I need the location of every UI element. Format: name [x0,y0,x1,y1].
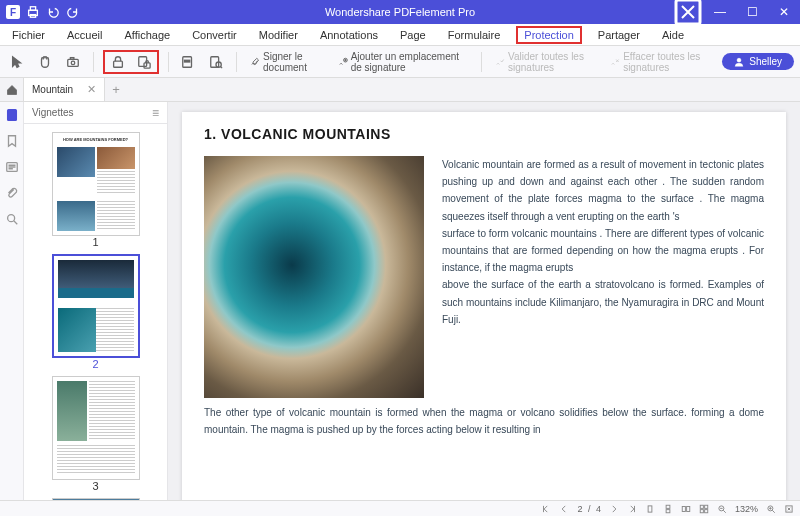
thumbnail-page-4[interactable] [52,498,140,500]
redo-icon[interactable] [66,5,80,19]
redact-tool[interactable] [177,53,199,71]
menu-fichier[interactable]: Fichier [6,26,51,44]
view-facing-cont-icon[interactable] [699,504,709,514]
user-account-pill[interactable]: Shelley [722,53,794,70]
search-redact-tool[interactable] [205,53,227,71]
search-panel-icon[interactable] [5,212,19,226]
menu-aide[interactable]: Aide [656,26,690,44]
minimize-button[interactable]: — [704,0,736,24]
main-area: Vignettes≡ HOW ARE MOUNTAINS FORMED? 1 2 [0,102,800,500]
svg-rect-1 [30,7,35,11]
svg-point-15 [737,58,741,62]
page-indicator: 2 / 4 [577,504,601,514]
svg-rect-6 [70,57,74,59]
view-facing-icon[interactable] [681,504,691,514]
page-next-icon[interactable] [609,504,619,514]
menu-accueil[interactable]: Accueil [61,26,108,44]
app-logo-icon: F [6,5,20,19]
document-viewport[interactable]: 1. VOLCANIC MOUNTAINS Volcanic mountain … [168,102,800,500]
maximize-button[interactable]: ☐ [736,0,768,24]
add-tab-button[interactable]: + [105,78,127,101]
help-icon[interactable] [672,0,704,24]
svg-rect-11 [185,60,190,62]
fit-page-icon[interactable] [784,504,794,514]
view-single-icon[interactable] [645,504,655,514]
close-button[interactable]: ✕ [768,0,800,24]
figure-image [204,156,424,398]
validate-signatures-button: Valider toutes les signatures [491,49,600,75]
panel-menu-icon[interactable]: ≡ [152,106,159,120]
svg-rect-27 [705,509,708,512]
undo-icon[interactable] [46,5,60,19]
tab-mountain[interactable]: Mountain✕ [24,78,105,101]
svg-rect-7 [113,61,122,67]
svg-point-18 [7,215,14,222]
svg-rect-4 [68,59,79,66]
svg-rect-24 [700,505,703,508]
app-title: Wondershare PDFelement Pro [325,6,475,18]
menu-convertir[interactable]: Convertir [186,26,243,44]
thumbnails-panel-icon[interactable] [5,108,19,122]
menu-affichage[interactable]: Affichage [118,26,176,44]
encrypt-permissions-button[interactable] [133,53,155,71]
print-icon[interactable] [26,5,40,19]
document-tabs: Mountain✕ + [0,78,800,102]
pointer-tool[interactable] [6,53,28,71]
zoom-out-icon[interactable] [717,504,727,514]
svg-rect-22 [682,506,685,511]
encryption-tools-highlight [103,50,159,74]
zoom-in-icon[interactable] [766,504,776,514]
svg-rect-23 [687,506,690,511]
menu-protection[interactable]: Protection [516,26,582,44]
menu-page[interactable]: Page [394,26,432,44]
status-bar: 2 / 4 132% [0,500,800,516]
thumbnail-page-2[interactable] [52,254,140,358]
body-text-continued: The other type of volcanic mountain is f… [204,404,764,438]
section-heading: 1. VOLCANIC MOUNTAINS [204,126,764,142]
svg-point-5 [71,61,75,65]
zoom-level[interactable]: 132% [735,504,758,514]
svg-rect-26 [700,509,703,512]
thumbnail-page-1[interactable]: HOW ARE MOUNTAINS FORMED? [52,132,140,236]
add-signature-field-button[interactable]: Ajouter un emplacement de signature [334,49,473,75]
view-continuous-icon[interactable] [663,504,673,514]
hand-tool[interactable] [34,53,56,71]
page-prev-icon[interactable] [559,504,569,514]
page-last-icon[interactable] [627,504,637,514]
menu-annotations[interactable]: Annotations [314,26,384,44]
thumbnails-header: Vignettes≡ [24,102,167,124]
sign-document-button[interactable]: Signer le document [246,49,328,75]
svg-rect-20 [666,505,670,508]
attachments-panel-icon[interactable] [5,186,19,200]
svg-rect-16 [7,110,16,121]
svg-rect-25 [705,505,708,508]
encrypt-password-button[interactable] [107,53,129,71]
title-bar: F Wondershare PDFelement Pro — ☐ ✕ [0,0,800,24]
side-panel-tabs [0,102,24,500]
toolbar: Signer le document Ajouter un emplacemen… [0,46,800,78]
page-first-icon[interactable] [541,504,551,514]
svg-rect-19 [648,505,652,511]
home-tab[interactable] [0,78,24,101]
clear-signatures-button: Effacer toutes les signatures [606,49,716,75]
menu-partager[interactable]: Partager [592,26,646,44]
annotations-panel-icon[interactable] [5,160,19,174]
menu-modifier[interactable]: Modifier [253,26,304,44]
svg-rect-21 [666,509,670,512]
menu-formulaire[interactable]: Formulaire [442,26,507,44]
thumbnails-panel: Vignettes≡ HOW ARE MOUNTAINS FORMED? 1 2 [24,102,168,500]
body-text: Volcanic mountain are formed as a result… [442,156,764,398]
close-tab-icon[interactable]: ✕ [87,83,96,96]
camera-tool[interactable] [62,53,84,71]
bookmarks-panel-icon[interactable] [5,134,19,148]
page-content: 1. VOLCANIC MOUNTAINS Volcanic mountain … [182,112,786,500]
thumbnail-page-3[interactable] [52,376,140,480]
